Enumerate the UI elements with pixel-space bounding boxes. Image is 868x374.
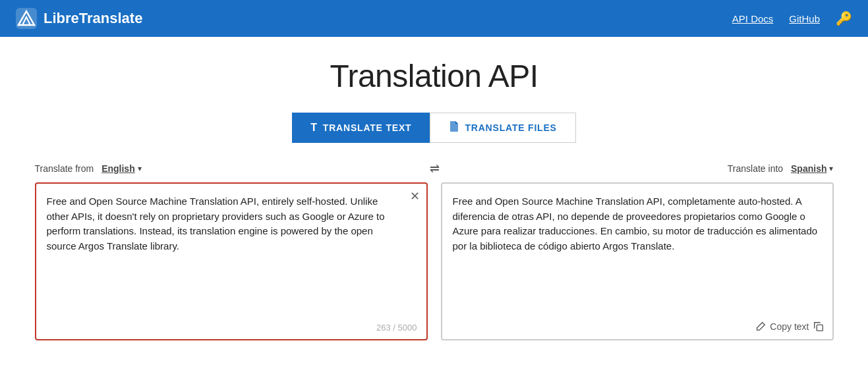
copy-text-button[interactable]: Copy text [755,321,824,333]
tab-translate-files-label: TRANSLATE FILES [465,122,556,133]
translate-files-icon [449,121,459,134]
translate-controls: Translate from English ▾ ⇌ Translate int… [35,161,834,176]
target-language-dropdown[interactable]: ▾ [829,164,833,173]
translate-text-icon: T [310,122,318,134]
char-count: 263 / 5000 [376,323,417,333]
tab-translate-files[interactable]: TRANSLATE FILES [430,113,575,143]
main-content: Translation API T TRANSLATE TEXT TRANSLA… [19,37,850,356]
page-title: Translation API [35,58,834,94]
clear-text-button[interactable]: ✕ [410,190,420,202]
source-language-dropdown[interactable]: ▾ [138,164,142,173]
tab-translate-text[interactable]: T TRANSLATE TEXT [292,113,430,143]
swap-languages-icon[interactable]: ⇌ [430,161,440,176]
tab-translate-text-label: TRANSLATE TEXT [323,122,412,133]
copy-text-label: Copy text [770,321,809,332]
key-icon[interactable]: 🔑 [836,11,852,26]
translate-into-prefix: Translate into [728,163,783,174]
source-language[interactable]: English [101,163,135,174]
copy-icon [813,321,825,333]
translate-from: Translate from English ▾ [35,163,142,174]
tabs-container: T TRANSLATE TEXT TRANSLATE FILES [35,113,834,143]
source-text-input[interactable] [36,184,426,329]
brand-icon [16,8,37,29]
translate-from-prefix: Translate from [35,163,94,174]
translation-panels: ✕ 263 / 5000 Free and Open Source Machin… [35,182,834,340]
navbar: LibreTranslate API Docs GitHub 🔑 [0,0,868,37]
brand-logo[interactable]: LibreTranslate [16,8,142,29]
github-link[interactable]: GitHub [789,13,820,24]
brand-name: LibreTranslate [43,10,142,27]
svg-rect-2 [817,325,823,331]
target-language[interactable]: Spanish [791,163,826,174]
copy-button-row: Copy text [442,315,832,339]
input-panel: ✕ 263 / 5000 [35,182,428,340]
translated-text: Free and Open Source Machine Translation… [442,184,832,315]
edit-icon [755,321,767,333]
output-panel: Free and Open Source Machine Translation… [441,182,834,340]
api-docs-link[interactable]: API Docs [732,13,774,24]
navbar-links: API Docs GitHub 🔑 [732,11,852,26]
translate-into: Translate into Spanish ▾ [728,163,834,174]
